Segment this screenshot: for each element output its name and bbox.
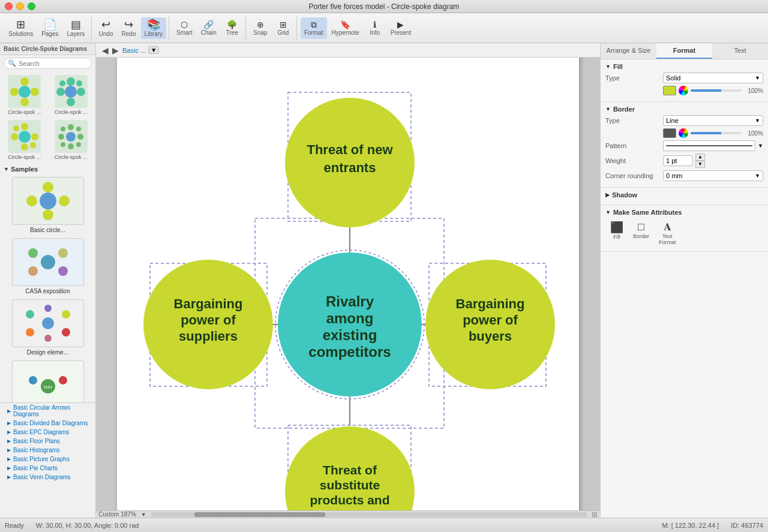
thumb-item[interactable]: Circle-spok ... [2, 119, 47, 161]
border-color-picker[interactable] [679, 128, 688, 138]
scroll-track[interactable] [151, 512, 587, 517]
minimize-button[interactable] [16, 2, 24, 10]
border-type-label: Type [605, 117, 659, 124]
svg-point-36 [28, 266, 38, 276]
shadow-header[interactable]: ▶ Shadow [605, 191, 763, 199]
fill-color-swatch[interactable] [663, 86, 676, 95]
svg-point-5 [65, 86, 77, 98]
svg-point-40 [62, 310, 70, 318]
grid-button[interactable]: ⊞ Grid [272, 17, 294, 39]
samples-header[interactable]: ▼ Samples [0, 164, 95, 175]
pages-button[interactable]: 📄 Pages [38, 17, 62, 39]
canvas-scrollbar[interactable]: Custom 187% ▼ ⊞ [96, 510, 600, 518]
attr-fill-icon: ⬛ [610, 221, 623, 234]
samples-label: Samples [11, 166, 38, 173]
attr-border-icon: □ [638, 221, 644, 233]
top-circle-text-line1: Threat of new [307, 142, 393, 157]
toolbar-snap-group: ⊕ Snap ⊞ Grid [247, 16, 297, 40]
format-button[interactable]: ⧉ Format [301, 17, 327, 39]
tab-arrange[interactable]: Arrange & Size [601, 43, 656, 59]
svg-point-31 [26, 196, 37, 206]
fill-opacity-slider[interactable] [691, 89, 742, 92]
statusbar: Ready W: 30.00, H: 30.00, Angle: 0.00 ra… [0, 518, 768, 532]
sample-design-label: Design eleme... [27, 349, 68, 356]
border-weight-input[interactable] [663, 155, 693, 166]
border-weight-up[interactable]: ▲ [695, 154, 705, 161]
bottom-circle-text-line2: substitute [320, 478, 380, 492]
canvas[interactable]: Threat of new entrants Threat of substit… [96, 58, 600, 510]
sample-item[interactable]: NIH NIH components [0, 358, 95, 402]
make-same-header[interactable]: ▼ Make Same Attributes [605, 209, 763, 216]
thumb-image [55, 75, 88, 108]
border-header[interactable]: ▼ Border [605, 106, 763, 113]
search-box[interactable]: 🔍 [4, 58, 92, 69]
border-color-swatch[interactable] [663, 128, 676, 138]
tab-text[interactable]: Text [712, 43, 768, 59]
svg-point-23 [77, 134, 83, 140]
maximize-button[interactable] [28, 2, 35, 10]
border-opacity-slider[interactable] [691, 132, 742, 134]
shadow-section: ▶ Shadow [601, 188, 768, 205]
lib-item-picture-graphs[interactable]: ▶ Basic Picture Graphs [0, 455, 95, 464]
lib-item-venn[interactable]: ▶ Basic Venn Diagrams [0, 473, 95, 482]
mouse-coords: M: [ 122.30, 22.44 ] [662, 522, 719, 529]
lib-item-divided-bar[interactable]: ▶ Basic Divided Bar Diagrams [0, 419, 95, 428]
lib-tri: ▶ [7, 408, 11, 414]
corner-rounding-select[interactable]: 0 mm ▼ [663, 170, 763, 181]
sample-item[interactable]: Design eleme... [0, 297, 95, 358]
center-circle-text-line3: existing [323, 327, 377, 343]
thumb-item[interactable]: Circle-spok ... [49, 74, 94, 116]
sample-item[interactable]: CASA exposition [0, 236, 95, 297]
breadcrumb-item[interactable]: Basic ... [122, 47, 146, 54]
thumb-item[interactable]: Circle-spok ... [49, 119, 94, 161]
snap-button[interactable]: ⊕ Snap [250, 17, 271, 39]
attr-border-button[interactable]: □ Border [633, 221, 649, 245]
border-pattern-select[interactable] [663, 140, 755, 151]
chain-button[interactable]: 🔗 Chain [197, 17, 220, 39]
close-button[interactable] [5, 2, 13, 10]
border-type-select[interactable]: Line ▼ [663, 115, 763, 126]
fill-header[interactable]: ▼ Fill [605, 63, 763, 70]
search-input[interactable] [19, 60, 88, 67]
fill-type-select[interactable]: Solid ▼ [663, 73, 763, 83]
tree-button[interactable]: 🌳 Tree [221, 17, 243, 39]
lib-item-circular-arrows[interactable]: ▶ Basic Circular Arrows Diagrams [0, 403, 95, 419]
attr-fill-button[interactable]: ⬛ Fill [610, 221, 623, 245]
fill-color-picker[interactable] [679, 86, 688, 95]
fill-color-control: 100% [663, 86, 763, 95]
thumb-item[interactable]: Circle-spok ... [2, 74, 47, 116]
lib-item-epc[interactable]: ▶ Basic EPC Diagrams [0, 428, 95, 437]
svg-point-41 [26, 328, 34, 336]
thumb-label: Circle-spok ... [55, 154, 88, 160]
scroll-thumb[interactable] [194, 512, 325, 517]
attr-text-format-button[interactable]: 𝐀 TextFormat [659, 221, 676, 245]
undo-button[interactable]: ↩ Undo [95, 17, 117, 39]
svg-point-43 [44, 305, 52, 312]
zoom-dropdown-icon[interactable]: ▼ [141, 512, 146, 518]
back-button[interactable]: ◀ [101, 46, 110, 55]
lib-item-histograms[interactable]: ▶ Basic Histograms [0, 446, 95, 455]
hypernote-button[interactable]: 🔖 Hypernote [328, 17, 363, 39]
info-button[interactable]: ℹ Info [364, 17, 386, 39]
lib-item-pie-charts[interactable]: ▶ Basic Pie Charts [0, 464, 95, 473]
top-circle-text-line2: entrants [324, 160, 376, 175]
resize-handle[interactable]: ⊞ [592, 510, 598, 519]
svg-point-32 [59, 196, 70, 206]
layers-button[interactable]: ▤ Layers [64, 17, 89, 39]
center-circle-text-line4: competitors [308, 344, 391, 360]
smart-button[interactable]: ⬡ Smart [173, 17, 196, 39]
redo-button[interactable]: ↪ Redo [118, 17, 140, 39]
forward-button[interactable]: ▶ [111, 46, 120, 55]
svg-point-28 [40, 193, 56, 209]
lib-item-floor-plans[interactable]: ▶ Basic Floor Plans [0, 437, 95, 446]
tab-format[interactable]: Format [656, 43, 712, 59]
breadcrumb-dropdown[interactable]: ▼ [148, 46, 159, 54]
corner-rounding-value: 0 mm [666, 172, 683, 179]
make-same-section: ▼ Make Same Attributes ⬛ Fill □ Border 𝐀… [601, 205, 768, 252]
present-button[interactable]: ▶ Present [387, 17, 415, 39]
border-weight-down[interactable]: ▼ [695, 161, 705, 168]
library-button[interactable]: 📚 Library [141, 17, 167, 39]
toolbar-solutions-group: ⊞ Solutions 📄 Pages ▤ Layers [2, 16, 92, 40]
sample-item[interactable]: Basic circle... [0, 175, 95, 236]
solutions-button[interactable]: ⊞ Solutions [5, 17, 37, 39]
